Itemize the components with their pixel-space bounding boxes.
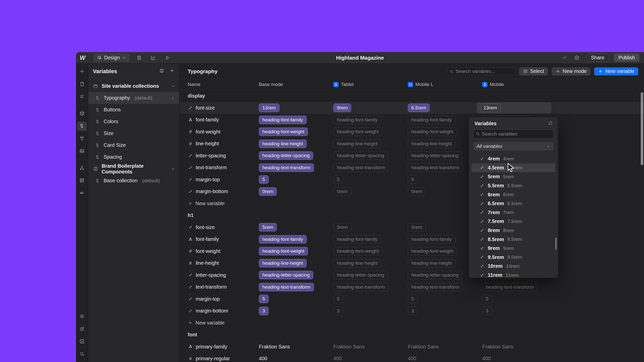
toolbar-variables-swatch-button[interactable] [77, 121, 87, 131]
value-ghost-chip[interactable]: heading-font-family [333, 116, 381, 124]
value-ghost-chip[interactable]: heading-letter-spacing [333, 271, 388, 279]
variable-row-letter-spacing[interactable]: letter-spacingheading-letter-spacinghead… [180, 150, 644, 162]
preview-button[interactable] [163, 53, 172, 62]
value-ghost-chip[interactable]: heading-letter-spacing [408, 271, 462, 279]
variable-row-line-height[interactable]: #line-heightheading-line-heightheading-l… [180, 138, 644, 150]
value-ghost-chip[interactable]: heading-text-transform [333, 163, 388, 172]
toolbar-add-button[interactable] [77, 67, 87, 76]
value-ghost-chip[interactable]: 5 [333, 175, 343, 184]
toolbar-settings-gear-button[interactable] [77, 312, 87, 321]
variable-row-margin-top[interactable]: margin-top5555 [180, 174, 644, 186]
variable-row-primary-regular[interactable]: #primary-regular400400400400 [180, 353, 644, 362]
variable-row-primary-family[interactable]: Aprimary-familyFraktion SansFraktion San… [180, 341, 644, 353]
value-chip-editing[interactable]: 13rem [480, 104, 501, 112]
picker-option-5rem[interactable]: 5rem5rem [471, 172, 555, 181]
sidebar-item-spacing[interactable]: Spacing [88, 151, 179, 163]
value-ghost-chip[interactable]: heading-font-family [408, 235, 456, 244]
sidebar-section-brand-boilerplate-components[interactable]: Brand Boilerplate Components [88, 163, 179, 175]
new-mode-button[interactable]: New mode [552, 67, 591, 75]
add-collection-button[interactable] [170, 68, 175, 74]
share-button[interactable]: Share [586, 54, 609, 62]
toolbar-pages-button[interactable] [77, 79, 87, 89]
value-chip[interactable]: heading-line-height [259, 259, 307, 267]
picker-option-10rem[interactable]: 10rem10rem [471, 262, 555, 271]
picker-option-7rem[interactable]: 7rem7rem [471, 208, 555, 217]
picker-option-6.5rem[interactable]: 6.5rem6.5rem [471, 199, 555, 208]
toolbar-styles-drops-button[interactable] [77, 134, 87, 144]
value-ghost-chip[interactable]: 3 [333, 307, 343, 315]
sidebar-item-colors[interactable]: Colors [88, 116, 179, 127]
value-chip[interactable]: heading-font-weight [259, 127, 308, 136]
design-mode-button[interactable]: Design [94, 54, 130, 62]
picker-option-9.5rem[interactable]: 9.5rem9.5rem [471, 253, 555, 262]
value-edit-cell[interactable]: 13rem [477, 103, 551, 114]
value-ghost-chip[interactable]: heading-text-transform [482, 283, 537, 291]
value-ghost-chip[interactable]: heading-text-transform [408, 283, 463, 291]
value-ghost-chip[interactable]: heading-text-transform [333, 283, 388, 291]
picker-option-11rem[interactable]: 11rem11rem [471, 271, 555, 278]
value-chip[interactable]: 13rem [259, 104, 279, 112]
value-text[interactable]: 400 [482, 356, 491, 361]
value-ghost-chip[interactable]: heading-text-transform [408, 163, 463, 172]
value-ghost-chip[interactable]: 3 [408, 307, 418, 315]
value-ghost-chip[interactable]: heading-line-height [408, 259, 456, 267]
picker-option-9rem[interactable]: 9rem9rem [471, 244, 555, 253]
new-variable-button[interactable]: New variable [594, 67, 638, 75]
value-ghost-chip[interactable]: 5 [333, 295, 343, 303]
value-ghost-chip[interactable]: heading-font-weight [408, 247, 457, 255]
variable-row-margin-bottom[interactable]: margin-bottom3333 [180, 305, 644, 317]
variable-row-letter-spacing[interactable]: letter-spacingheading-letter-spacinghead… [180, 269, 644, 281]
value-ghost-chip[interactable]: heading-line-height [408, 140, 456, 148]
select-button[interactable]: Select [519, 67, 548, 75]
variable-row-margin-bottom[interactable]: margin-bottom0rem0rem0rem0rem [180, 186, 644, 198]
value-text[interactable]: 400 [333, 356, 342, 361]
unlink-button[interactable] [548, 121, 553, 126]
value-ghost-chip[interactable]: 0rem [408, 187, 426, 196]
sidebar-item-base-collection[interactable]: Base collection(default) [88, 175, 179, 187]
value-ghost-chip[interactable]: 5rem [408, 223, 426, 232]
new-variable-row[interactable]: New variable [180, 317, 644, 329]
value-text[interactable]: Fraktion Sans [482, 344, 513, 350]
value-ghost-chip[interactable]: heading-font-weight [333, 127, 382, 136]
toolbar-audit-pulse-button[interactable] [77, 189, 87, 198]
sidebar-section-site-variable-collections[interactable]: Site variable collections [88, 80, 179, 92]
value-chip[interactable]: 0rem [259, 187, 277, 196]
value-ghost-chip[interactable]: 5 [408, 295, 418, 303]
analytics-button[interactable] [149, 53, 158, 62]
sidebar-item-card-size[interactable]: Card Size [88, 139, 179, 151]
value-ghost-chip[interactable]: 5 [408, 175, 418, 184]
value-chip[interactable]: heading-text-transform [259, 283, 314, 291]
value-chip[interactable]: 6.5rem [408, 104, 430, 112]
value-chip[interactable]: heading-font-weight [259, 247, 308, 255]
new-variable-row[interactable]: New variable [180, 198, 644, 210]
value-ghost-chip[interactable]: heading-font-family [333, 235, 381, 244]
picker-option-5.5rem[interactable]: 5.5rem5.5rem [471, 181, 555, 190]
picker-option-6rem[interactable]: 6rem6rem [471, 190, 555, 199]
value-chip[interactable]: 9rem [333, 104, 351, 112]
toolbar-help-button[interactable]: ? [77, 324, 87, 334]
value-chip[interactable]: 5 [259, 295, 269, 303]
value-chip[interactable]: heading-letter-spacing [259, 271, 313, 279]
toolbar-logic-flow-button[interactable] [77, 163, 87, 173]
value-text[interactable]: Fraktion Sans [408, 344, 439, 350]
sidebar-item-typography[interactable]: Typography(default) [88, 92, 179, 104]
value-text[interactable]: Fraktion Sans [333, 344, 364, 350]
toolbar-assets-image-button[interactable] [77, 147, 87, 156]
toolbar-checklist-button[interactable] [77, 337, 87, 346]
value-chip[interactable]: 5rem [259, 223, 277, 232]
main-scrollbar-thumb[interactable] [641, 92, 643, 165]
variable-row-font-weight[interactable]: #font-weightheading-font-weightheading-f… [180, 245, 644, 257]
picker-option-7.5rem[interactable]: 7.5rem7.5rem [471, 217, 555, 226]
value-text[interactable]: Fraktion Sans [259, 344, 290, 350]
value-chip[interactable]: 3 [259, 307, 269, 315]
value-ghost-chip[interactable]: 3 [482, 307, 492, 315]
value-ghost-chip[interactable]: heading-font-family [408, 116, 456, 124]
picker-option-8rem[interactable]: 8rem8rem [471, 226, 555, 235]
value-ghost-chip[interactable]: heading-line-height [333, 140, 381, 148]
variable-row-font-size[interactable]: font-size13rem9rem6.5rem13rem [180, 102, 644, 114]
variable-row-font-family[interactable]: Afont-familyheading-font-familyheading-f… [180, 114, 644, 126]
value-chip[interactable]: heading-line-height [259, 140, 307, 148]
new-variable-action[interactable]: New variable [188, 317, 225, 329]
variable-row-text-transform[interactable]: text-transformheading-text-transformhead… [180, 162, 644, 174]
picker-scrollbar-thumb[interactable] [555, 238, 557, 250]
